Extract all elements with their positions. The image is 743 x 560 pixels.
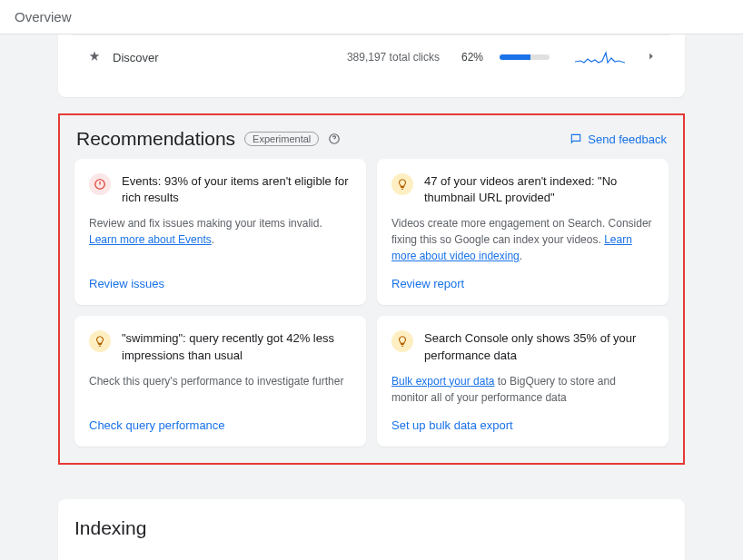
discover-progress	[500, 54, 550, 60]
rec-body-text: Review and fix issues making your items …	[89, 217, 322, 230]
discover-pct: 62%	[461, 51, 483, 64]
rec-card-title: Search Console only shows 35% of your pe…	[424, 330, 654, 363]
page-title: Overview	[15, 9, 728, 25]
recommendations-grid: Events: 93% of your items aren't eligibl…	[69, 159, 674, 447]
rec-card-body: Bulk export your data to BigQuery to sto…	[391, 373, 654, 406]
experimental-badge: Experimental	[244, 132, 319, 146]
alert-icon	[89, 173, 111, 195]
rec-body-link[interactable]: Bulk export your data	[391, 375, 494, 388]
indexing-title: Indexing	[74, 517, 669, 539]
rec-card-action[interactable]: Review issues	[89, 277, 352, 290]
recommendations-title: Recommendations	[76, 128, 235, 150]
rec-card-head: "swimming": query recently got 42% less …	[89, 330, 352, 363]
lightbulb-icon	[391, 330, 413, 352]
discover-sparkline	[575, 48, 625, 66]
feedback-icon	[570, 133, 582, 145]
rec-card-title: Events: 93% of your items aren't eligibl…	[122, 173, 352, 206]
rec-body-link[interactable]: Learn more about Events	[89, 233, 212, 246]
recommendation-card: Events: 93% of your items aren't eligibl…	[74, 159, 366, 305]
recommendations-header: Recommendations Experimental Send feedba…	[69, 128, 674, 159]
rec-card-title: "swimming": query recently got 42% less …	[122, 330, 352, 363]
rec-card-body: Check this query's performance to invest…	[89, 373, 352, 389]
lightbulb-icon	[391, 173, 413, 195]
indexing-section: Indexing Page indexing Full report	[58, 499, 685, 560]
rec-card-head: Search Console only shows 35% of your pe…	[391, 330, 654, 363]
discover-label: Discover	[113, 51, 336, 64]
chevron-right-icon	[645, 50, 656, 65]
rec-body-text-post: .	[212, 233, 214, 246]
rec-card-body: Videos create more engagement on Search.…	[391, 215, 654, 264]
rec-body-text-post: .	[520, 250, 522, 262]
rec-card-action[interactable]: Review report	[391, 277, 654, 290]
recommendation-card: "swimming": query recently got 42% less …	[74, 316, 366, 446]
rec-card-body: Review and fix issues making your items …	[89, 215, 352, 248]
send-feedback-label: Send feedback	[588, 133, 667, 146]
discover-row[interactable]: Discover 389,197 total clicks 62%	[73, 34, 670, 79]
rec-card-title: 47 of your videos aren't indexed: "No th…	[424, 173, 654, 206]
recommendation-card: Search Console only shows 35% of your pe…	[377, 316, 669, 446]
recommendation-card: 47 of your videos aren't indexed: "No th…	[377, 159, 669, 305]
rec-card-action[interactable]: Check query performance	[89, 418, 352, 432]
rec-body-text: Check this query's performance to invest…	[89, 375, 343, 388]
recommendations-section: Recommendations Experimental Send feedba…	[58, 113, 685, 465]
send-feedback-button[interactable]: Send feedback	[570, 133, 667, 146]
lightbulb-icon	[89, 330, 111, 352]
rec-card-action[interactable]: Set up bulk data export	[391, 418, 654, 432]
content-area: Discover 389,197 total clicks 62% Recomm…	[0, 34, 743, 560]
performance-card: Discover 389,197 total clicks 62%	[58, 34, 685, 97]
rec-card-head: 47 of your videos aren't indexed: "No th…	[391, 173, 654, 206]
help-icon[interactable]	[328, 133, 341, 145]
rec-card-head: Events: 93% of your items aren't eligibl…	[89, 173, 352, 206]
discover-icon	[87, 50, 102, 64]
discover-clicks: 389,197 total clicks	[347, 51, 440, 64]
page-header: Overview	[0, 0, 743, 34]
